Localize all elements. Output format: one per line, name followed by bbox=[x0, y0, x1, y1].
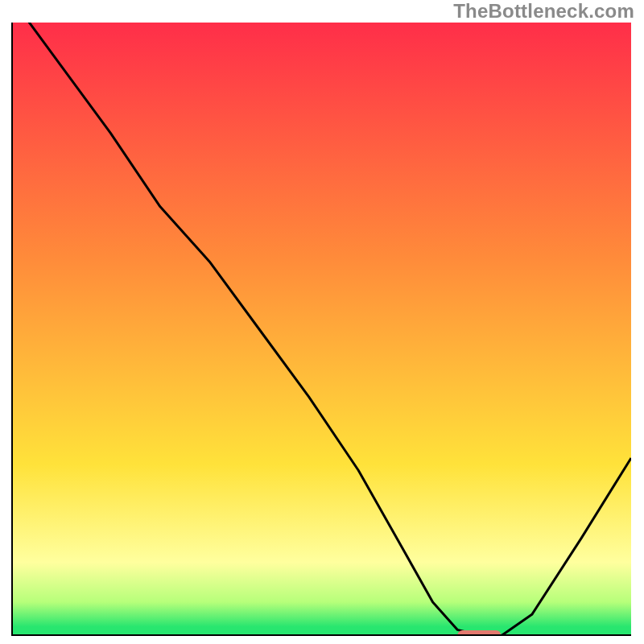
chart-container: TheBottleneck.com bbox=[0, 0, 644, 644]
gradient-background bbox=[11, 23, 631, 636]
watermark-text: TheBottleneck.com bbox=[453, 0, 634, 23]
chart-svg bbox=[11, 23, 631, 636]
plot-area bbox=[11, 23, 631, 636]
